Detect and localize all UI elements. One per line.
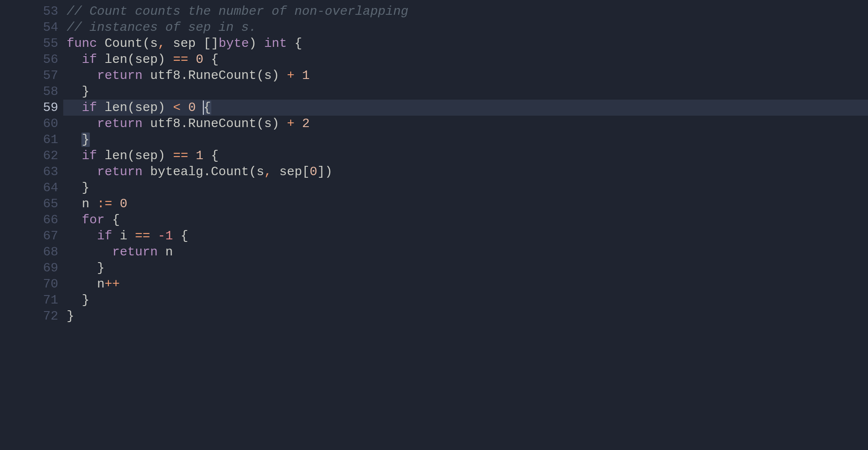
code-line[interactable]: 62 if len(sep) == 1 {	[0, 148, 868, 164]
code-content[interactable]: }	[63, 260, 868, 276]
code-line[interactable]: 55func Count(s, sep []byte) int {	[0, 35, 868, 52]
code-editor[interactable]: 53// Count counts the number of non-over…	[0, 0, 868, 328]
code-token	[272, 165, 279, 179]
line-number: 53	[0, 3, 63, 19]
code-token	[203, 149, 211, 163]
line-number: 67	[0, 228, 63, 244]
code-content[interactable]: }	[63, 132, 868, 148]
code-token: len	[105, 149, 127, 163]
code-token	[97, 100, 105, 115]
code-line[interactable]: 69 }	[0, 260, 868, 276]
code-content[interactable]: n := 0	[63, 196, 868, 212]
code-token: ==	[173, 52, 188, 67]
line-number: 60	[0, 116, 63, 132]
code-token: )	[325, 165, 332, 179]
code-line[interactable]: 68 return n	[0, 244, 868, 260]
code-content[interactable]: n++	[63, 276, 868, 292]
code-content[interactable]: if len(sep) == 1 {	[63, 148, 868, 164]
code-token: Count	[105, 36, 143, 51]
line-number: 57	[0, 68, 63, 84]
code-token: )	[158, 149, 165, 163]
code-token	[203, 52, 211, 67]
code-token: 0	[120, 197, 127, 211]
code-token: utf8	[150, 117, 181, 131]
code-token	[67, 277, 97, 291]
code-content[interactable]: // instances of sep in s.	[63, 19, 868, 35]
code-token	[67, 229, 97, 243]
code-token: }	[67, 309, 74, 323]
line-number: 58	[0, 84, 63, 100]
code-token: )	[249, 36, 256, 51]
code-content[interactable]: if i == -1 {	[63, 228, 868, 244]
code-token: )	[158, 100, 165, 115]
code-content[interactable]: }	[63, 292, 868, 308]
code-content[interactable]: }	[63, 180, 868, 196]
code-content[interactable]: return utf8.RuneCount(s) + 1	[63, 68, 868, 84]
code-line[interactable]: 53// Count counts the number of non-over…	[0, 3, 868, 19]
code-line[interactable]: 72}	[0, 308, 868, 324]
code-line[interactable]: 60 return utf8.RuneCount(s) + 2	[0, 116, 868, 132]
code-token: +	[287, 117, 294, 131]
code-token: sep	[279, 165, 302, 179]
code-token: ==	[135, 229, 150, 243]
line-number: 59	[0, 100, 63, 116]
code-line[interactable]: 63 return bytealg.Count(s, sep[0])	[0, 164, 868, 180]
code-content[interactable]: for {	[63, 212, 868, 228]
code-token	[67, 245, 112, 259]
code-token: RuneCount	[188, 68, 256, 83]
code-line[interactable]: 61 }	[0, 132, 868, 148]
code-token: (	[256, 68, 264, 83]
code-line[interactable]: 59 if len(sep) < 0 {	[0, 100, 868, 116]
code-content[interactable]: return bytealg.Count(s, sep[0])	[63, 164, 868, 180]
code-token: (	[127, 100, 135, 115]
code-line[interactable]: 66 for {	[0, 212, 868, 228]
code-content[interactable]: func Count(s, sep []byte) int {	[63, 35, 868, 52]
line-number: 63	[0, 164, 63, 180]
code-content[interactable]: return utf8.RuneCount(s) + 2	[63, 116, 868, 132]
line-number: 55	[0, 35, 63, 52]
code-token: Count	[211, 165, 249, 179]
code-token	[143, 117, 150, 131]
code-token: (	[127, 52, 135, 67]
code-token	[127, 229, 135, 243]
code-token: if	[82, 100, 97, 115]
code-token	[294, 117, 302, 131]
code-token: func	[67, 36, 97, 51]
code-content[interactable]: return n	[63, 244, 868, 260]
code-content[interactable]: }	[63, 308, 868, 324]
code-line[interactable]: 64 }	[0, 180, 868, 196]
code-token: bytealg	[150, 165, 203, 179]
code-token	[165, 36, 173, 51]
code-token: {	[294, 36, 302, 51]
code-line[interactable]: 57 return utf8.RuneCount(s) + 1	[0, 68, 868, 84]
code-line[interactable]: 58 }	[0, 84, 868, 100]
code-content[interactable]: if len(sep) < 0 {	[63, 100, 868, 116]
code-token: len	[105, 52, 127, 67]
code-content[interactable]: }	[63, 84, 868, 100]
code-token: (	[143, 36, 150, 51]
code-line[interactable]: 54// instances of sep in s.	[0, 19, 868, 35]
code-token	[67, 133, 82, 147]
code-content[interactable]: // Count counts the number of non-overla…	[63, 3, 868, 19]
code-token	[67, 293, 82, 307]
code-content[interactable]: if len(sep) == 0 {	[63, 52, 868, 68]
code-line[interactable]: 71 }	[0, 292, 868, 308]
code-token	[196, 100, 203, 115]
code-token: .	[181, 68, 188, 83]
line-number: 70	[0, 276, 63, 292]
code-token: for	[82, 213, 105, 227]
code-token: +	[287, 68, 294, 83]
code-line[interactable]: 70 n++	[0, 276, 868, 292]
code-token	[165, 100, 173, 115]
code-token: {	[181, 229, 188, 243]
code-token: if	[82, 52, 97, 67]
code-token	[67, 84, 82, 99]
code-line[interactable]: 56 if len(sep) == 0 {	[0, 52, 868, 68]
code-token: }	[82, 84, 89, 99]
line-number: 65	[0, 196, 63, 212]
code-token	[165, 149, 173, 163]
code-line[interactable]: 67 if i == -1 {	[0, 228, 868, 244]
code-token: 0	[310, 165, 317, 179]
code-token: if	[82, 149, 97, 163]
code-line[interactable]: 65 n := 0	[0, 196, 868, 212]
